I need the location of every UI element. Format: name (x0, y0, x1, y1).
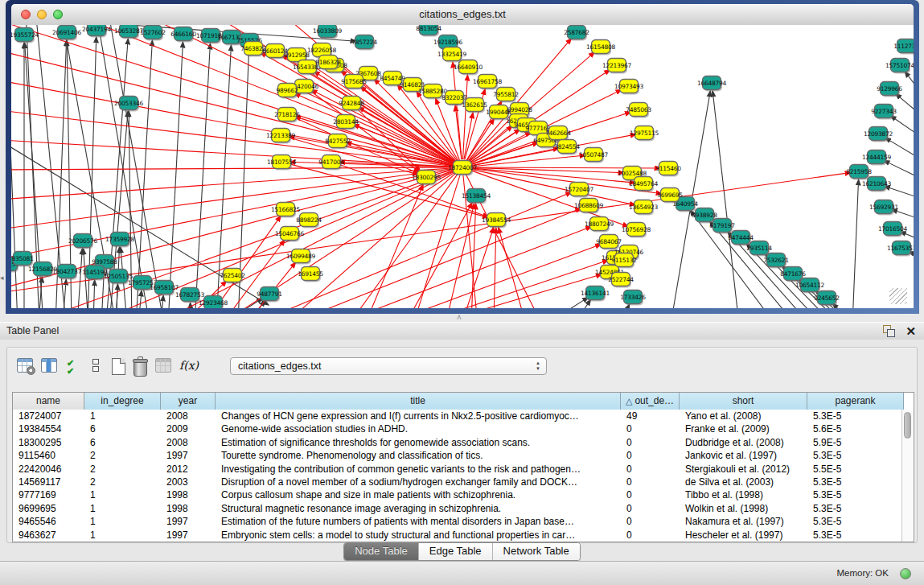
graph-node[interactable]: 6179197 (709, 219, 735, 234)
table-cell[interactable]: Estimation of significance thresholds fo… (216, 436, 621, 449)
graph-node[interactable]: 2522744 (608, 273, 634, 288)
graph-node[interactable]: 10756928 (622, 223, 651, 238)
graph-node[interactable]: 17016504 (878, 222, 907, 237)
table-row[interactable]: 911546021997Tourette syndrome. Phenomeno… (13, 449, 902, 462)
graph-edge[interactable] (896, 93, 914, 128)
row-checks-icon[interactable]: ✔✔ (67, 360, 86, 379)
column-header-name[interactable]: name (13, 393, 84, 410)
table-cell[interactable]: Franke et al. (2009) (680, 422, 807, 435)
table-cell[interactable]: 0 (621, 422, 680, 435)
graph-node[interactable]: 13654923 (629, 200, 658, 216)
table-cell[interactable]: 6 (84, 422, 161, 435)
new-table-icon[interactable] (110, 358, 129, 377)
graph-edge[interactable] (462, 227, 494, 308)
column-header-title[interactable]: title (216, 393, 621, 410)
table-cell[interactable]: Estimation of the future numbers of pati… (216, 515, 621, 528)
table-row[interactable]: 1872400712008Changes of HCN gene express… (13, 410, 902, 422)
table-cell[interactable]: 9115460 (13, 449, 84, 462)
graph-edge[interactable] (93, 280, 95, 308)
show-column-icon[interactable] (41, 358, 60, 377)
graph-node[interactable]: 9245652 (814, 291, 840, 307)
table-cell[interactable]: 2008 (161, 410, 216, 422)
column-header-short[interactable]: short (680, 393, 807, 410)
table-cell[interactable]: 19384554 (13, 422, 84, 435)
table-cell[interactable]: 9699695 (13, 502, 84, 515)
graph-edge[interactable] (713, 91, 739, 308)
graph-edge[interactable] (136, 40, 152, 308)
table-cell[interactable]: 1997 (161, 449, 216, 462)
graph-edge[interactable] (433, 274, 602, 308)
graph-edge[interactable] (11, 168, 454, 231)
function-builder-icon[interactable]: f(x) (179, 356, 199, 376)
graph-node[interactable]: 1527602 (140, 26, 166, 41)
stacked-rows-icon[interactable] (89, 359, 109, 378)
graph-edge[interactable] (222, 298, 263, 308)
table-cell[interactable]: 18300295 (13, 436, 84, 449)
float-panel-icon[interactable] (883, 325, 895, 337)
table-cell[interactable]: de Silva et al. (2003) (680, 476, 807, 488)
table-row[interactable]: 1830029562008Estimation of significance … (13, 436, 902, 449)
graph-edge[interactable] (337, 227, 592, 308)
table-row[interactable]: 946362711997Embryonic stem cells: a mode… (13, 529, 902, 542)
table-cell[interactable]: Dudbridge et al. (2008) (680, 436, 807, 449)
table-cell[interactable]: 5.3E-5 (807, 410, 904, 422)
table-row[interactable]: 977716911998Corpus callosum shape and si… (13, 488, 902, 501)
graph-node[interactable]: 15692931 (869, 200, 898, 216)
table-cell[interactable]: 1997 (161, 515, 216, 528)
graph-node[interactable]: 20691406 (52, 26, 81, 41)
table-selector-dropdown[interactable]: citations_edges.txt ▲▼ (230, 357, 547, 375)
table-cell[interactable]: 0 (621, 463, 680, 476)
graph-node[interactable]: 12975115 (630, 126, 659, 142)
graph-node[interactable]: 2587682 (564, 26, 589, 41)
table-cell[interactable]: Structural magnetic resonance image aver… (216, 502, 621, 515)
graph-node[interactable]: 6466160 (170, 27, 196, 43)
table-cell[interactable]: 22420046 (13, 463, 84, 476)
graph-node[interactable]: 7857224 (351, 35, 377, 51)
graph-edge[interactable] (494, 228, 496, 308)
graph-node[interactable]: 16961758 (473, 75, 502, 90)
table-cell[interactable]: 18724007 (13, 410, 84, 422)
table-cell[interactable]: Disruption of a novel member of a sodium… (216, 476, 621, 488)
table-cell[interactable]: 0 (621, 436, 680, 449)
table-cell[interactable]: 1 (84, 488, 161, 501)
network-window-titlebar[interactable]: citations_edges.txt (11, 4, 914, 26)
table-cell[interactable]: 1 (84, 515, 161, 528)
table-cell[interactable]: 9777169 (13, 488, 84, 501)
graph-edge[interactable] (108, 25, 164, 308)
graph-node[interactable]: 1112734 (893, 39, 914, 55)
graph-node[interactable]: 16648794 (697, 76, 726, 92)
graph-node[interactable]: 2718126 (274, 108, 300, 123)
graph-edge[interactable] (905, 72, 914, 112)
table-row[interactable]: 969969511998Structural magnetic resonanc… (13, 502, 902, 515)
table-cell[interactable]: Genome-wide association studies in ADHD. (216, 422, 621, 435)
graph-node[interactable]: 11675353 (887, 241, 914, 257)
table-cell[interactable]: 0 (621, 502, 680, 515)
table-cell[interactable]: 2003 (161, 476, 216, 488)
graph-edge[interactable] (77, 249, 82, 308)
column-header-pagerank[interactable]: pagerank (807, 393, 904, 410)
graph-node[interactable]: 9242848 (339, 97, 364, 112)
table-cell[interactable]: Jankovic et al. (1997) (680, 449, 807, 462)
graph-node[interactable]: 16154808 (586, 40, 615, 56)
graph-node[interactable]: 20437194 (82, 25, 111, 38)
graph-node[interactable]: 7625402 (220, 269, 245, 284)
table-cell[interactable]: Corpus callosum shape and size in male p… (216, 488, 621, 501)
table-cell[interactable]: Stergiakouli et al. (2012) (680, 463, 807, 476)
graph-node[interactable]: 1691455 (298, 267, 323, 282)
close-panel-icon[interactable]: ✕ (906, 323, 916, 339)
graph-node[interactable]: 20053346 (114, 97, 143, 112)
table-cell[interactable]: 2 (84, 476, 161, 488)
network-canvas[interactable]: 1935572420691406204371941065328715276026… (11, 25, 914, 308)
table-cell[interactable]: 1998 (161, 502, 216, 515)
graph-edge[interactable] (852, 179, 859, 308)
graph-node[interactable]: 12444159 (862, 150, 891, 166)
tab-edge-table[interactable]: Edge Table (419, 543, 493, 560)
table-cell[interactable]: Yano et al. (2008) (680, 410, 807, 422)
table-cell[interactable]: 5.3E-5 (807, 529, 904, 542)
graph-node[interactable]: 9227343 (871, 105, 897, 120)
graph-node[interactable]: 9115460 (655, 162, 681, 177)
table-cell[interactable]: Nakamura et al. (1997) (680, 515, 807, 528)
table-cell[interactable]: 1998 (161, 488, 216, 501)
table-cell[interactable]: Tourette syndrome. Phenomenology and cla… (216, 449, 621, 462)
table-cell[interactable]: 5.6E-5 (807, 422, 904, 435)
